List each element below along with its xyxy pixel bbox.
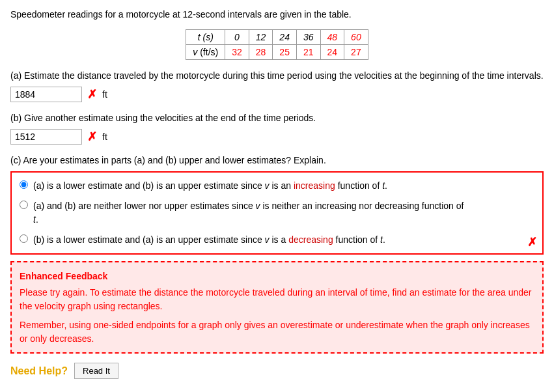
t-val-3: 36 — [296, 30, 320, 45]
v-val-0: 32 — [225, 45, 249, 60]
radio-opt3-label: (b) is a lower estimate and (a) is an up… — [33, 233, 385, 247]
t-val-4: 48 — [320, 30, 344, 45]
part-a-input-row: ✗ ft — [10, 87, 544, 102]
data-table-container: t (s) 0 12 24 36 48 60 v (ft/s) 32 28 25… — [10, 29, 544, 60]
v-val-5: 27 — [344, 45, 368, 60]
radio-option-2[interactable]: (a) and (b) are neither lower nor upper … — [20, 199, 534, 227]
t-val-2: 24 — [273, 30, 297, 45]
part-b-wrong-icon: ✗ — [87, 130, 97, 144]
part-b-input[interactable] — [10, 129, 82, 145]
part-b-input-row: ✗ ft — [10, 129, 544, 145]
t-val-5: 60 — [344, 30, 368, 45]
radio-opt2[interactable] — [20, 201, 28, 209]
radio-option-3[interactable]: (b) is a lower estimate and (a) is an up… — [20, 233, 534, 247]
part-a-label: (a) Estimate the distance traveled by th… — [10, 69, 544, 83]
radio-opt1-label: (a) is a lower estimate and (b) is an up… — [33, 179, 387, 193]
feedback-title: Enhanced Feedback — [20, 269, 534, 283]
v-val-3: 21 — [296, 45, 320, 60]
part-a-input[interactable] — [10, 87, 82, 102]
v-val-1: 28 — [249, 45, 273, 60]
help-row: Need Help? Read It — [10, 363, 544, 379]
v-val-4: 24 — [320, 45, 344, 60]
radio-option-1[interactable]: (a) is a lower estimate and (b) is an up… — [20, 179, 534, 193]
part-c-wrong-icon: ✗ — [527, 235, 537, 249]
part-b-label: (b) Give another estimate using the velo… — [10, 111, 544, 125]
part-a-wrong-icon: ✗ — [87, 87, 97, 102]
intro-text: Speedometer readings for a motorcycle at… — [10, 8, 544, 21]
t-val-0: 0 — [225, 30, 249, 45]
t-val-1: 12 — [249, 30, 273, 45]
part-c-radio-box: (a) is a lower estimate and (b) is an up… — [10, 171, 544, 255]
feedback-box: Enhanced Feedback Please try again. To e… — [10, 261, 544, 354]
part-b-unit: ft — [102, 132, 107, 142]
speedometer-table: t (s) 0 12 24 36 48 60 v (ft/s) 32 28 25… — [186, 29, 368, 60]
need-help-label: Need Help? — [10, 365, 68, 377]
read-it-button[interactable]: Read It — [74, 363, 118, 379]
feedback-text1: Please try again. To estimate the distan… — [20, 286, 534, 313]
part-c-label: (c) Are your estimates in parts (a) and … — [10, 154, 544, 167]
radio-opt3[interactable] — [20, 234, 28, 243]
radio-opt1[interactable] — [20, 180, 28, 189]
radio-opt2-label: (a) and (b) are neither lower nor upper … — [33, 199, 464, 227]
feedback-text2: Remember, using one-sided endpoints for … — [20, 318, 534, 346]
v-header: v (ft/s) — [186, 45, 225, 60]
t-header: t (s) — [186, 30, 225, 45]
v-val-2: 25 — [273, 45, 297, 60]
part-a-unit: ft — [102, 89, 107, 100]
